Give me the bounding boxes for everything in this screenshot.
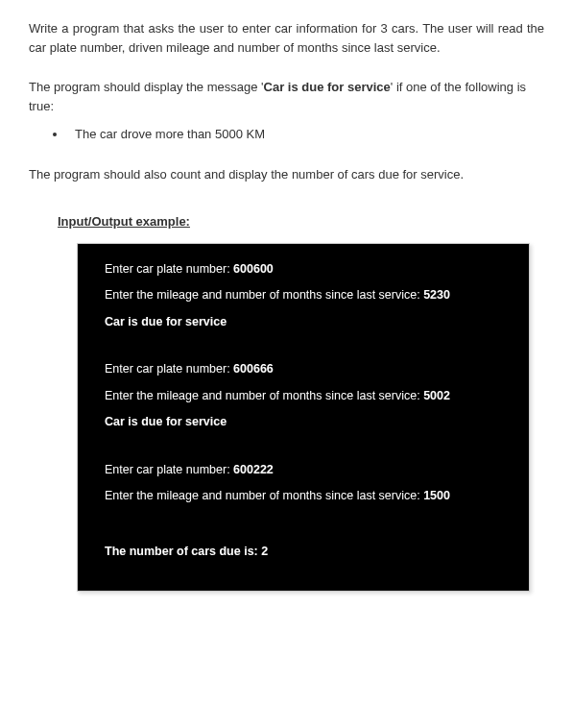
condition-prefix: The program should display the message ': [29, 80, 264, 94]
console-output: Enter car plate number: 600600 Enter the…: [77, 243, 530, 593]
console-line: Enter the mileage and number of months s…: [105, 287, 502, 304]
mileage-value: 5230: [423, 288, 450, 302]
condition-bold-message: Car is due for service: [264, 80, 391, 94]
plate-prompt: Enter car plate number:: [105, 262, 233, 276]
result-count: 2: [261, 545, 268, 558]
console-line: Enter car plate number: 600666: [105, 361, 502, 378]
intro-paragraph: Write a program that asks the user to en…: [29, 19, 544, 57]
mileage-prompt: Enter the mileage and number of months s…: [105, 288, 423, 302]
console-line: Enter car plate number: 600600: [105, 261, 502, 279]
count-paragraph: The program should also count and displa…: [29, 165, 544, 184]
plate-value: 600666: [233, 362, 274, 376]
plate-prompt: Enter car plate number:: [105, 463, 233, 476]
due-message: Car is due for service: [105, 414, 502, 431]
conditions-list: The car drove more than 5000 KM: [67, 125, 544, 144]
example-heading: Input/Output example:: [58, 212, 544, 231]
mileage-prompt: Enter the mileage and number of months s…: [105, 489, 423, 502]
console-line: Enter car plate number: 600222: [105, 462, 502, 479]
mileage-value: 1500: [423, 489, 450, 502]
condition-bullet: The car drove more than 5000 KM: [67, 125, 544, 144]
console-line: Enter the mileage and number of months s…: [105, 388, 502, 405]
mileage-prompt: Enter the mileage and number of months s…: [105, 389, 423, 402]
plate-value: 600222: [233, 463, 274, 476]
mileage-value: 5002: [423, 389, 450, 402]
console-line: Enter the mileage and number of months s…: [105, 488, 502, 505]
result-line: The number of cars due is: 2: [105, 544, 502, 561]
plate-prompt: Enter car plate number:: [105, 362, 233, 376]
plate-value: 600600: [233, 262, 274, 276]
condition-paragraph: The program should display the message '…: [29, 78, 544, 115]
result-label: The number of cars due is:: [105, 545, 261, 558]
due-message: Car is due for service: [105, 314, 502, 331]
